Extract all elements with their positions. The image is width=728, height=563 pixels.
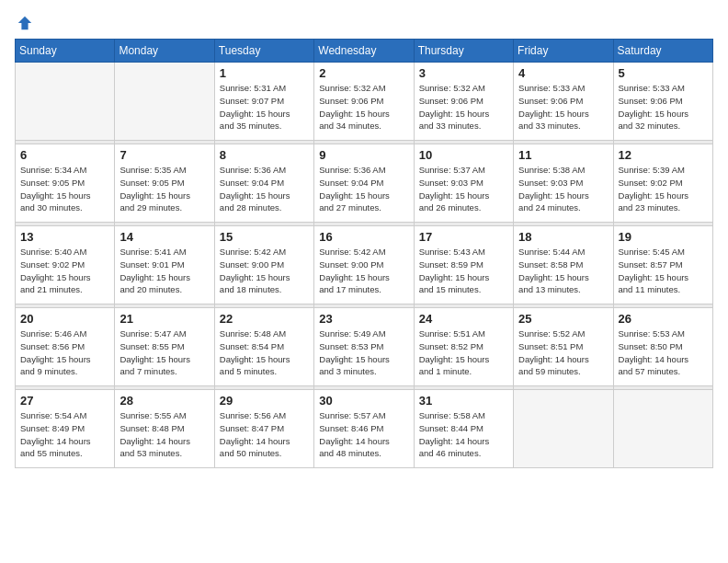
day-number: 31 bbox=[419, 394, 508, 408]
calendar-day-cell: 7Sunrise: 5:35 AM Sunset: 9:05 PM Daylig… bbox=[115, 144, 214, 223]
svg-marker-0 bbox=[18, 17, 31, 29]
calendar-week-row: 13Sunrise: 5:40 AM Sunset: 9:02 PM Dayli… bbox=[16, 226, 713, 304]
day-detail: Sunrise: 5:32 AM Sunset: 9:06 PM Dayligh… bbox=[419, 82, 508, 132]
day-number: 5 bbox=[619, 66, 708, 80]
day-number: 10 bbox=[419, 148, 508, 162]
calendar-day-cell: 20Sunrise: 5:46 AM Sunset: 8:56 PM Dayli… bbox=[16, 308, 115, 386]
day-number: 19 bbox=[619, 230, 708, 244]
day-detail: Sunrise: 5:58 AM Sunset: 8:44 PM Dayligh… bbox=[419, 409, 508, 460]
day-number: 24 bbox=[419, 312, 508, 326]
day-header-thursday: Thursday bbox=[414, 40, 513, 63]
day-header-wednesday: Wednesday bbox=[314, 40, 414, 63]
day-number: 25 bbox=[518, 312, 608, 326]
day-number: 30 bbox=[319, 394, 408, 408]
calendar-day-cell: 24Sunrise: 5:51 AM Sunset: 8:52 PM Dayli… bbox=[414, 308, 513, 386]
day-detail: Sunrise: 5:41 AM Sunset: 9:01 PM Dayligh… bbox=[119, 246, 209, 296]
calendar-day-cell: 14Sunrise: 5:41 AM Sunset: 9:01 PM Dayli… bbox=[115, 226, 214, 304]
day-number: 23 bbox=[319, 312, 408, 326]
day-number: 6 bbox=[20, 148, 109, 162]
day-detail: Sunrise: 5:33 AM Sunset: 9:06 PM Dayligh… bbox=[619, 82, 708, 132]
day-detail: Sunrise: 5:45 AM Sunset: 8:57 PM Dayligh… bbox=[619, 246, 708, 296]
calendar-day-cell: 23Sunrise: 5:49 AM Sunset: 8:53 PM Dayli… bbox=[314, 308, 414, 386]
day-number: 26 bbox=[619, 312, 708, 326]
calendar-day-cell: 22Sunrise: 5:48 AM Sunset: 8:54 PM Dayli… bbox=[214, 308, 313, 386]
day-number: 9 bbox=[319, 148, 408, 162]
calendar-day-cell: 25Sunrise: 5:52 AM Sunset: 8:51 PM Dayli… bbox=[514, 308, 613, 386]
day-detail: Sunrise: 5:53 AM Sunset: 8:50 PM Dayligh… bbox=[619, 327, 708, 378]
day-detail: Sunrise: 5:42 AM Sunset: 9:00 PM Dayligh… bbox=[319, 246, 408, 296]
day-detail: Sunrise: 5:44 AM Sunset: 8:58 PM Dayligh… bbox=[518, 246, 608, 296]
calendar-day-cell: 9Sunrise: 5:36 AM Sunset: 9:04 PM Daylig… bbox=[314, 144, 414, 223]
day-number: 1 bbox=[220, 66, 309, 80]
day-detail: Sunrise: 5:57 AM Sunset: 8:46 PM Dayligh… bbox=[319, 409, 408, 460]
calendar-week-row: 20Sunrise: 5:46 AM Sunset: 8:56 PM Dayli… bbox=[16, 308, 713, 386]
page-header bbox=[15, 15, 713, 31]
calendar-day-cell: 5Sunrise: 5:33 AM Sunset: 9:06 PM Daylig… bbox=[613, 63, 712, 141]
calendar-day-cell bbox=[514, 390, 613, 468]
calendar-day-cell: 19Sunrise: 5:45 AM Sunset: 8:57 PM Dayli… bbox=[613, 226, 712, 304]
day-number: 16 bbox=[319, 230, 408, 244]
day-number: 4 bbox=[518, 66, 608, 80]
day-detail: Sunrise: 5:52 AM Sunset: 8:51 PM Dayligh… bbox=[518, 327, 608, 378]
calendar-day-cell: 30Sunrise: 5:57 AM Sunset: 8:46 PM Dayli… bbox=[314, 390, 414, 468]
calendar-day-cell: 17Sunrise: 5:43 AM Sunset: 8:59 PM Dayli… bbox=[414, 226, 513, 304]
day-number: 14 bbox=[119, 230, 209, 244]
day-detail: Sunrise: 5:38 AM Sunset: 9:03 PM Dayligh… bbox=[518, 164, 608, 214]
calendar-day-cell bbox=[16, 63, 115, 141]
calendar-day-cell: 10Sunrise: 5:37 AM Sunset: 9:03 PM Dayli… bbox=[414, 144, 513, 223]
day-number: 12 bbox=[619, 148, 708, 162]
logo bbox=[15, 15, 33, 31]
day-header-tuesday: Tuesday bbox=[214, 40, 313, 63]
day-detail: Sunrise: 5:40 AM Sunset: 9:02 PM Dayligh… bbox=[20, 246, 109, 296]
calendar-day-cell: 31Sunrise: 5:58 AM Sunset: 8:44 PM Dayli… bbox=[414, 390, 513, 468]
calendar-week-row: 27Sunrise: 5:54 AM Sunset: 8:49 PM Dayli… bbox=[16, 390, 713, 468]
calendar-day-cell: 4Sunrise: 5:33 AM Sunset: 9:06 PM Daylig… bbox=[514, 63, 613, 141]
day-header-saturday: Saturday bbox=[613, 40, 712, 63]
day-number: 27 bbox=[20, 394, 109, 408]
day-number: 7 bbox=[119, 148, 209, 162]
logo-icon bbox=[17, 15, 33, 31]
calendar-week-row: 1Sunrise: 5:31 AM Sunset: 9:07 PM Daylig… bbox=[16, 63, 713, 141]
day-detail: Sunrise: 5:51 AM Sunset: 8:52 PM Dayligh… bbox=[419, 327, 508, 378]
day-detail: Sunrise: 5:36 AM Sunset: 9:04 PM Dayligh… bbox=[319, 164, 408, 214]
day-detail: Sunrise: 5:49 AM Sunset: 8:53 PM Dayligh… bbox=[319, 327, 408, 378]
day-detail: Sunrise: 5:37 AM Sunset: 9:03 PM Dayligh… bbox=[419, 164, 508, 214]
day-number: 22 bbox=[220, 312, 309, 326]
calendar-day-cell: 28Sunrise: 5:55 AM Sunset: 8:48 PM Dayli… bbox=[115, 390, 214, 468]
calendar-header-row: SundayMondayTuesdayWednesdayThursdayFrid… bbox=[16, 40, 713, 63]
day-detail: Sunrise: 5:55 AM Sunset: 8:48 PM Dayligh… bbox=[119, 409, 209, 460]
calendar-day-cell: 27Sunrise: 5:54 AM Sunset: 8:49 PM Dayli… bbox=[16, 390, 115, 468]
calendar-day-cell: 11Sunrise: 5:38 AM Sunset: 9:03 PM Dayli… bbox=[514, 144, 613, 223]
day-number: 17 bbox=[419, 230, 508, 244]
calendar-day-cell: 6Sunrise: 5:34 AM Sunset: 9:05 PM Daylig… bbox=[16, 144, 115, 223]
day-detail: Sunrise: 5:36 AM Sunset: 9:04 PM Dayligh… bbox=[220, 164, 309, 214]
day-detail: Sunrise: 5:47 AM Sunset: 8:55 PM Dayligh… bbox=[119, 327, 209, 378]
day-number: 29 bbox=[220, 394, 309, 408]
day-detail: Sunrise: 5:33 AM Sunset: 9:06 PM Dayligh… bbox=[518, 82, 608, 132]
day-detail: Sunrise: 5:43 AM Sunset: 8:59 PM Dayligh… bbox=[419, 246, 508, 296]
day-number: 18 bbox=[518, 230, 608, 244]
day-detail: Sunrise: 5:31 AM Sunset: 9:07 PM Dayligh… bbox=[220, 82, 309, 132]
calendar-day-cell: 18Sunrise: 5:44 AM Sunset: 8:58 PM Dayli… bbox=[514, 226, 613, 304]
day-number: 28 bbox=[119, 394, 209, 408]
calendar-day-cell: 3Sunrise: 5:32 AM Sunset: 9:06 PM Daylig… bbox=[414, 63, 513, 141]
calendar-day-cell: 29Sunrise: 5:56 AM Sunset: 8:47 PM Dayli… bbox=[214, 390, 313, 468]
day-number: 20 bbox=[20, 312, 109, 326]
calendar-day-cell: 16Sunrise: 5:42 AM Sunset: 9:00 PM Dayli… bbox=[314, 226, 414, 304]
day-detail: Sunrise: 5:46 AM Sunset: 8:56 PM Dayligh… bbox=[20, 327, 109, 378]
calendar-week-row: 6Sunrise: 5:34 AM Sunset: 9:05 PM Daylig… bbox=[16, 144, 713, 223]
day-number: 11 bbox=[518, 148, 608, 162]
day-header-monday: Monday bbox=[115, 40, 214, 63]
day-detail: Sunrise: 5:34 AM Sunset: 9:05 PM Dayligh… bbox=[20, 164, 109, 214]
calendar-day-cell: 8Sunrise: 5:36 AM Sunset: 9:04 PM Daylig… bbox=[214, 144, 313, 223]
calendar-day-cell: 2Sunrise: 5:32 AM Sunset: 9:06 PM Daylig… bbox=[314, 63, 414, 141]
day-detail: Sunrise: 5:32 AM Sunset: 9:06 PM Dayligh… bbox=[319, 82, 408, 132]
calendar-table: SundayMondayTuesdayWednesdayThursdayFrid… bbox=[15, 39, 713, 468]
day-detail: Sunrise: 5:35 AM Sunset: 9:05 PM Dayligh… bbox=[119, 164, 209, 214]
calendar-day-cell: 1Sunrise: 5:31 AM Sunset: 9:07 PM Daylig… bbox=[214, 63, 313, 141]
day-header-sunday: Sunday bbox=[16, 40, 115, 63]
day-number: 21 bbox=[119, 312, 209, 326]
calendar-day-cell bbox=[115, 63, 214, 141]
calendar-day-cell: 15Sunrise: 5:42 AM Sunset: 9:00 PM Dayli… bbox=[214, 226, 313, 304]
calendar-day-cell: 21Sunrise: 5:47 AM Sunset: 8:55 PM Dayli… bbox=[115, 308, 214, 386]
